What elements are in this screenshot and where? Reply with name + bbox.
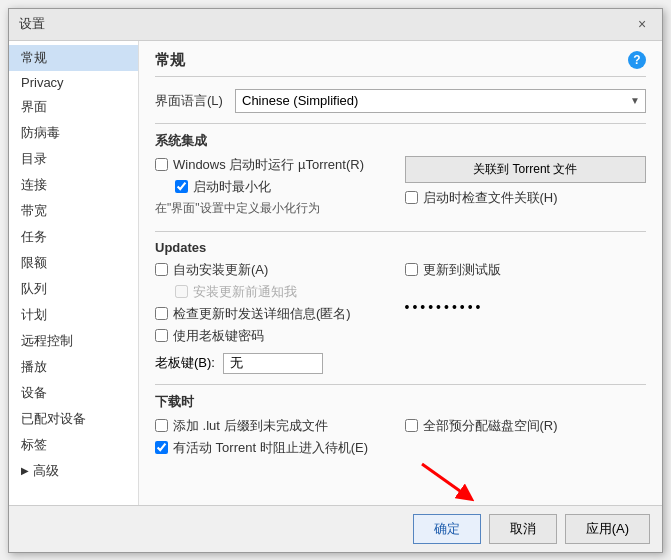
add-lut-row: 添加 .lut 后缀到未完成文件 [155,417,397,435]
hotkey-input[interactable] [223,353,323,374]
sidebar-label: 防病毒 [21,124,60,142]
boss-key-row: 使用老板键密码 [155,327,397,345]
dialog-body: 常规 Privacy 界面 防病毒 目录 连接 带宽 任务 [9,41,662,505]
prevent-sleep-label: 有活动 Torrent 时阻止进入待机(E) [173,439,368,457]
language-row: 界面语言(L) Chinese (Simplified) [155,89,646,113]
minimize-behavior-text: 在"界面"设置中定义最小化行为 [155,200,320,217]
prevent-sleep-checkbox[interactable] [155,441,168,454]
check-file-assoc-row: 启动时检查文件关联(H) [405,189,647,207]
sidebar-label: 播放 [21,358,47,376]
autostart-label: Windows 启动时运行 µTorrent(R) [173,156,364,174]
download-right: 全部预分配磁盘空间(R) [405,417,647,461]
sidebar-item-advanced[interactable]: ▶ 高级 [9,458,138,484]
divider-top [155,123,646,124]
sidebar-item-quota[interactable]: 限额 [9,250,138,276]
sidebar: 常规 Privacy 界面 防病毒 目录 连接 带宽 任务 [9,41,139,505]
sidebar-label: 计划 [21,306,47,324]
password-dots-wrapper: •••••••••• [405,299,647,315]
sidebar-label: 连接 [21,176,47,194]
sidebar-item-ui[interactable]: 界面 [9,94,138,120]
download-section: 下载时 添加 .lut 后缀到未完成文件 有活动 Torrent 时阻止进入待机… [155,393,646,461]
cancel-button[interactable]: 取消 [489,514,557,544]
apply-button[interactable]: 应用(A) [565,514,650,544]
settings-dialog: 设置 × 常规 Privacy 界面 防病毒 目录 连接 [8,8,663,553]
sidebar-item-directory[interactable]: 目录 [9,146,138,172]
check-file-assoc-checkbox[interactable] [405,191,418,204]
expand-icon: ▶ [21,465,29,476]
sidebar-item-schedule[interactable]: 计划 [9,302,138,328]
beta-update-checkbox[interactable] [405,263,418,276]
notify-update-checkbox[interactable] [175,285,188,298]
updates-left: 自动安装更新(A) 安装更新前通知我 检查更新时发送详细信息(匿名) [155,261,397,349]
send-info-checkbox[interactable] [155,307,168,320]
sidebar-label: 带宽 [21,202,47,220]
title-bar: 设置 × [9,9,662,41]
prevent-sleep-row: 有活动 Torrent 时阻止进入待机(E) [155,439,397,457]
download-left: 添加 .lut 后缀到未完成文件 有活动 Torrent 时阻止进入待机(E) [155,417,397,461]
dialog-footer: 确定 取消 应用(A) [9,505,662,552]
sidebar-label: 常规 [21,49,47,67]
add-lut-checkbox[interactable] [155,419,168,432]
sidebar-label: 设备 [21,384,47,402]
sidebar-item-general[interactable]: 常规 [9,45,138,71]
sidebar-item-devices[interactable]: 设备 [9,380,138,406]
boss-key-label: 使用老板键密码 [173,327,264,345]
sidebar-item-labels[interactable]: 标签 [9,432,138,458]
updates-section: Updates 自动安装更新(A) 安装更新前通知我 检 [155,240,646,374]
content-header: 常规 ? [155,51,646,77]
help-icon[interactable]: ? [628,51,646,69]
password-dots: •••••••••• [405,299,484,315]
updates-right: 更新到测试版 •••••••••• [405,261,647,349]
sidebar-item-connection[interactable]: 连接 [9,172,138,198]
system-integration-cols: Windows 启动时运行 µTorrent(R) 启动时最小化 在"界面"设置… [155,156,646,221]
system-left: Windows 启动时运行 µTorrent(R) 启动时最小化 在"界面"设置… [155,156,397,221]
updates-cols: 自动安装更新(A) 安装更新前通知我 检查更新时发送详细信息(匿名) [155,261,646,349]
auto-update-row: 自动安装更新(A) [155,261,397,279]
sidebar-item-task[interactable]: 任务 [9,224,138,250]
confirm-button[interactable]: 确定 [413,514,481,544]
sidebar-label: 高级 [33,462,59,480]
divider-updates [155,231,646,232]
sidebar-item-queue[interactable]: 队列 [9,276,138,302]
divider-download [155,384,646,385]
preallocate-checkbox[interactable] [405,419,418,432]
lang-select-wrapper: Chinese (Simplified) [235,89,646,113]
system-integration-section: 系统集成 Windows 启动时运行 µTorrent(R) 启动时最小化 在"… [155,132,646,221]
system-right: 关联到 Torrent 文件 启动时检查文件关联(H) [405,156,647,221]
download-title: 下载时 [155,393,646,411]
sidebar-label: 界面 [21,98,47,116]
updates-title: Updates [155,240,646,255]
close-button[interactable]: × [632,14,652,34]
autostart-checkbox[interactable] [155,158,168,171]
sidebar-item-playback[interactable]: 播放 [9,354,138,380]
sidebar-item-remote[interactable]: 远程控制 [9,328,138,354]
beta-update-label: 更新到测试版 [423,261,501,279]
sidebar-label: 目录 [21,150,47,168]
start-minimized-checkbox[interactable] [175,180,188,193]
sidebar-item-bandwidth[interactable]: 带宽 [9,198,138,224]
sidebar-item-paired-devices[interactable]: 已配对设备 [9,406,138,432]
lang-label: 界面语言(L) [155,92,235,110]
autostart-row: Windows 启动时运行 µTorrent(R) [155,156,397,174]
notify-before-update-row: 安装更新前通知我 [155,283,397,301]
sidebar-label: 限额 [21,254,47,272]
beta-update-row: 更新到测试版 [405,261,647,279]
add-lut-label: 添加 .lut 后缀到未完成文件 [173,417,328,435]
sidebar-item-privacy[interactable]: Privacy [9,71,138,94]
dialog-title: 设置 [19,15,45,33]
minimize-behavior-note: 在"界面"设置中定义最小化行为 [155,200,397,217]
auto-update-label: 自动安装更新(A) [173,261,268,279]
start-minimized-label: 启动时最小化 [193,178,271,196]
sidebar-label: 任务 [21,228,47,246]
lang-select[interactable]: Chinese (Simplified) [235,89,646,113]
start-minimized-row: 启动时最小化 [155,178,397,196]
download-cols: 添加 .lut 后缀到未完成文件 有活动 Torrent 时阻止进入待机(E) … [155,417,646,461]
main-content: 常规 ? 界面语言(L) Chinese (Simplified) 系统集成 [139,41,662,505]
boss-key-checkbox[interactable] [155,329,168,342]
auto-update-checkbox[interactable] [155,263,168,276]
content-title: 常规 [155,51,185,70]
preallocate-row: 全部预分配磁盘空间(R) [405,417,647,435]
sidebar-item-antivirus[interactable]: 防病毒 [9,120,138,146]
associate-torrent-button[interactable]: 关联到 Torrent 文件 [405,156,647,183]
sidebar-label: 远程控制 [21,332,73,350]
